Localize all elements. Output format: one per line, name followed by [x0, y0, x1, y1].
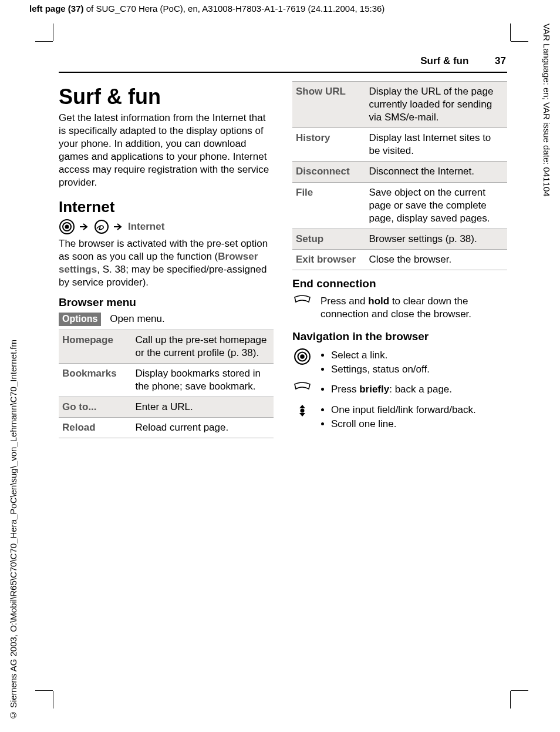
table-row: Setup Browser settings (p. 38).	[292, 229, 507, 249]
browser-menu-table-cont: Show URL Display the URL of the page cur…	[292, 81, 507, 270]
menu-desc: Disconnect the Internet.	[365, 162, 507, 182]
up-down-arrow-icon	[292, 402, 312, 419]
menu-key: Bookmarks	[59, 363, 131, 397]
menu-key: Exit browser	[292, 249, 365, 270]
table-row: Bookmarks Display bookmarks stored in th…	[59, 363, 274, 397]
side-meta-left: © Siemens AG 2003, O:\Mobil\R65\C70\C70_…	[8, 340, 18, 720]
list-item: Scroll one line.	[331, 418, 476, 431]
side-meta-right: VAR Language: en; VAR issue date: 041104	[542, 23, 552, 197]
menu-path: Internet	[59, 219, 274, 235]
nav-back-list: Press briefly: back a page.	[321, 382, 452, 397]
menu-desc: Close the browser.	[365, 249, 507, 270]
arrow-icon	[80, 223, 89, 231]
menu-key: File	[292, 182, 365, 229]
table-row: Reload Reload current page.	[59, 418, 274, 438]
page-title: Surf & fun	[59, 85, 274, 109]
table-row: Disconnect Disconnect the Internet.	[292, 162, 507, 182]
menu-path-label: Internet	[128, 221, 164, 233]
browser-menu-table: Homepage Call up the pre-set homepage or…	[59, 330, 274, 439]
center-key-icon	[292, 348, 312, 365]
menu-desc: Save object on the current page or save …	[365, 182, 507, 229]
menu-key: Show URL	[292, 82, 365, 128]
svg-point-3	[95, 220, 108, 233]
browser-menu-heading: Browser menu	[59, 296, 274, 309]
running-head: Surf & fun 37	[59, 53, 507, 73]
table-row: File Save object on the current page or …	[292, 182, 507, 229]
end-connection-heading: End connection	[292, 277, 507, 290]
svg-point-6	[300, 354, 305, 359]
list-item: Select a link.	[331, 349, 430, 362]
page-meta-rest: of SUG_C70 Hera (PoC), en, A31008-H7803-…	[84, 4, 385, 14]
list-item: Press briefly: back a page.	[331, 383, 452, 396]
internet-desc: The browser is activated with the pre-se…	[59, 237, 274, 289]
surf-and-fun-icon	[94, 219, 109, 234]
menu-key: Reload	[59, 418, 131, 438]
menu-key: Go to...	[59, 397, 131, 418]
intro-text: Get the latest information from the Inte…	[59, 112, 274, 190]
menu-key: Homepage	[59, 330, 131, 363]
table-row: History Display last Internet sites to b…	[292, 128, 507, 162]
end-call-key-icon	[292, 295, 312, 307]
menu-desc: Display the URL of the page currently lo…	[365, 82, 507, 128]
center-key-icon	[59, 219, 75, 235]
table-row: Go to... Enter a URL.	[59, 397, 274, 418]
open-menu-text: Open menu.	[110, 313, 165, 324]
svg-point-2	[65, 224, 69, 229]
menu-desc: Call up the pre-set homepage or the curr…	[131, 330, 274, 363]
navigation-heading: Navigation in the browser	[292, 330, 507, 343]
arrow-icon	[114, 223, 123, 231]
page-meta-label: left page (37)	[29, 4, 84, 14]
table-row: Exit browser Close the browser.	[292, 249, 507, 270]
table-row: Homepage Call up the pre-set homepage or…	[59, 330, 274, 363]
menu-key: Disconnect	[292, 162, 365, 182]
list-item: One input field/link forward/back.	[331, 404, 476, 417]
svg-point-7	[301, 408, 305, 412]
menu-desc: Enter a URL.	[131, 397, 274, 418]
page-number: 37	[495, 55, 506, 66]
options-row: Options Open menu.	[59, 313, 274, 326]
menu-key: Setup	[292, 229, 365, 249]
options-softkey: Options	[59, 313, 101, 326]
menu-desc: Browser settings (p. 38).	[365, 229, 507, 249]
nav-arrow-list: One input field/link forward/back. Scrol…	[321, 402, 476, 432]
page-meta-top: left page (37) of SUG_C70 Hera (PoC), en…	[29, 4, 384, 14]
nav-center-list: Select a link. Settings, status on/off.	[321, 348, 430, 377]
list-item: Settings, status on/off.	[331, 363, 430, 376]
running-head-title: Surf & fun	[420, 55, 468, 66]
internet-heading: Internet	[59, 198, 274, 216]
menu-desc: Display bookmarks stored in the phone; s…	[131, 363, 274, 397]
end-call-key-icon	[292, 382, 312, 394]
menu-key: History	[292, 128, 365, 162]
menu-desc: Display last Internet sites to be visite…	[365, 128, 507, 162]
table-row: Show URL Display the URL of the page cur…	[292, 82, 507, 128]
end-connection-text: Press and hold to clear down the connect…	[321, 295, 507, 321]
menu-desc: Reload current page.	[131, 418, 274, 438]
